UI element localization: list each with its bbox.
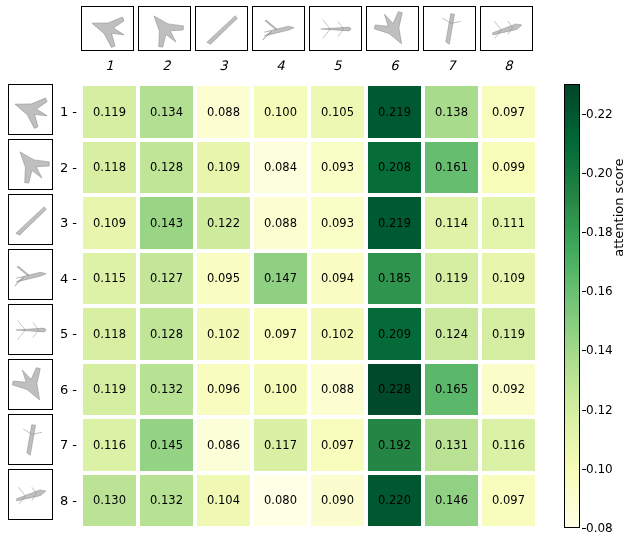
heatmap-cell: 0.146 <box>423 473 480 529</box>
heatmap-cell: 0.185 <box>366 251 423 307</box>
col-label: 2 <box>138 58 195 78</box>
airplane-icon <box>485 10 529 48</box>
row-label: 6 - <box>55 362 81 418</box>
airplane-icon <box>12 419 50 461</box>
heatmap-cell: 0.219 <box>366 84 423 140</box>
col-thumb-5 <box>309 6 362 51</box>
colorbar-tick: 0.12 <box>586 403 613 417</box>
heatmap-cell: 0.119 <box>81 362 138 418</box>
col-thumb-7 <box>423 6 476 51</box>
airplane-icon <box>257 10 301 48</box>
row-thumb-7 <box>8 414 53 465</box>
heatmap-cell: 0.099 <box>480 140 537 196</box>
heatmap-cell: 0.128 <box>138 140 195 196</box>
heatmap-cell: 0.116 <box>81 417 138 473</box>
heatmap-cell: 0.161 <box>423 140 480 196</box>
heatmap-cell: 0.093 <box>309 140 366 196</box>
airplane-icon <box>314 10 358 48</box>
airplane-icon <box>200 10 244 48</box>
heatmap-cell: 0.111 <box>480 195 537 251</box>
row-thumb-4 <box>8 249 53 300</box>
heatmap-cell: 0.165 <box>423 362 480 418</box>
airplane-icon <box>12 309 50 351</box>
heatmap-cell: 0.090 <box>309 473 366 529</box>
airplane-icon <box>12 474 50 516</box>
heatmap-cell: 0.109 <box>81 195 138 251</box>
heatmap-cell: 0.088 <box>252 195 309 251</box>
heatmap-cell: 0.116 <box>480 417 537 473</box>
heatmap-cell: 0.100 <box>252 84 309 140</box>
heatmap-cell: 0.100 <box>252 362 309 418</box>
heatmap-cell: 0.109 <box>480 251 537 307</box>
airplane-icon <box>12 364 50 406</box>
heatmap-cell: 0.143 <box>138 195 195 251</box>
col-thumb-4 <box>252 6 305 51</box>
col-label: 8 <box>480 58 537 78</box>
row-thumb-2 <box>8 139 53 190</box>
heatmap-cell: 0.119 <box>480 306 537 362</box>
colorbar-tick: 0.14 <box>586 343 613 357</box>
col-label: 7 <box>423 58 480 78</box>
row-label: 4 - <box>55 251 81 307</box>
colorbar-tick: 0.18 <box>586 225 613 239</box>
heatmap-cell: 0.132 <box>138 473 195 529</box>
heatmap-cell: 0.097 <box>309 417 366 473</box>
heatmap-cell: 0.131 <box>423 417 480 473</box>
colorbar-label: attention score <box>611 158 626 256</box>
colorbar-tick: 0.20 <box>586 166 613 180</box>
heatmap-cell: 0.092 <box>480 362 537 418</box>
airplane-icon <box>12 144 50 186</box>
row-label: 3 - <box>55 195 81 251</box>
heatmap-cell: 0.105 <box>309 84 366 140</box>
row-thumb-3 <box>8 194 53 245</box>
heatmap-cell: 0.192 <box>366 417 423 473</box>
row-thumb-1 <box>8 84 53 135</box>
heatmap-cell: 0.102 <box>309 306 366 362</box>
colorbar <box>564 84 580 528</box>
colorbar-tick: 0.08 <box>586 521 613 535</box>
heatmap-cell: 0.086 <box>195 417 252 473</box>
heatmap-cell: 0.128 <box>138 306 195 362</box>
heatmap-cell: 0.118 <box>81 306 138 362</box>
col-label: 1 <box>81 58 138 78</box>
col-thumb-8 <box>480 6 533 51</box>
heatmap-cell: 0.127 <box>138 251 195 307</box>
airplane-icon <box>12 199 50 241</box>
heatmap-cell: 0.117 <box>252 417 309 473</box>
heatmap-cell: 0.097 <box>480 473 537 529</box>
heatmap-cell: 0.115 <box>81 251 138 307</box>
heatmap-cell: 0.097 <box>252 306 309 362</box>
heatmap-cell: 0.138 <box>423 84 480 140</box>
heatmap-cell: 0.095 <box>195 251 252 307</box>
heatmap-cell: 0.219 <box>366 195 423 251</box>
heatmap-cell: 0.122 <box>195 195 252 251</box>
row-thumb-8 <box>8 469 53 520</box>
heatmap-cell: 0.147 <box>252 251 309 307</box>
heatmap-cell: 0.119 <box>423 251 480 307</box>
heatmap: 0.1190.1340.0880.1000.1050.2190.1380.097… <box>81 84 537 531</box>
heatmap-cell: 0.130 <box>81 473 138 529</box>
colorbar-tick: 0.16 <box>586 284 613 298</box>
column-thumbnails <box>81 6 533 51</box>
airplane-icon <box>428 10 472 48</box>
row-thumbnails <box>8 84 53 520</box>
heatmap-cell: 0.209 <box>366 306 423 362</box>
heatmap-cell: 0.228 <box>366 362 423 418</box>
heatmap-cell: 0.104 <box>195 473 252 529</box>
heatmap-cell: 0.145 <box>138 417 195 473</box>
heatmap-cell: 0.094 <box>309 251 366 307</box>
row-label: 8 - <box>55 473 81 529</box>
heatmap-cell: 0.109 <box>195 140 252 196</box>
row-label: 1 - <box>55 84 81 140</box>
airplane-icon <box>86 10 130 48</box>
colorbar-tick: 0.22 <box>586 107 613 121</box>
heatmap-cell: 0.220 <box>366 473 423 529</box>
airplane-icon <box>371 10 415 48</box>
column-axis-labels: 1 2 3 4 5 6 7 8 <box>81 58 537 78</box>
heatmap-cell: 0.208 <box>366 140 423 196</box>
airplane-icon <box>12 89 50 131</box>
col-label: 3 <box>195 58 252 78</box>
row-label: 5 - <box>55 306 81 362</box>
heatmap-cell: 0.132 <box>138 362 195 418</box>
heatmap-cell: 0.124 <box>423 306 480 362</box>
